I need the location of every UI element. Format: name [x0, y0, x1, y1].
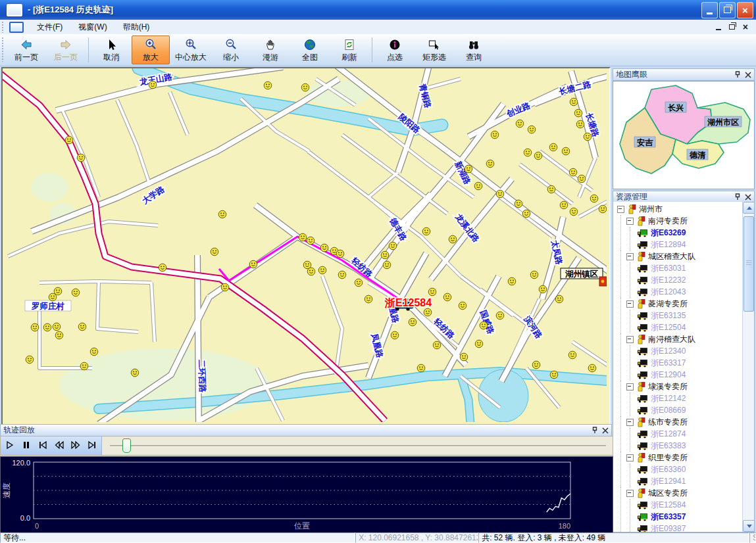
pin-icon[interactable] — [734, 71, 741, 78]
vehicle-marker-smiley[interactable] — [78, 323, 86, 331]
vehicle-marker-smiley[interactable] — [149, 81, 157, 89]
vehicle-marker-smiley[interactable] — [590, 195, 598, 202]
vehicle-marker-smiley[interactable] — [53, 323, 61, 331]
vehicle-marker-smiley[interactable] — [299, 233, 307, 241]
collapse-icon[interactable] — [626, 300, 634, 308]
vehicle-marker-smiley[interactable] — [221, 283, 229, 291]
toolbar-grip[interactable] — [1, 21, 5, 33]
vehicle-marker-smiley[interactable] — [159, 264, 166, 272]
vehicle-marker-smiley[interactable] — [90, 348, 98, 356]
pin-icon[interactable] — [592, 427, 598, 434]
scroll-thumb[interactable] — [743, 216, 754, 312]
vehicle-marker-smiley[interactable] — [516, 120, 524, 128]
vehicle-marker-smiley[interactable] — [560, 201, 568, 209]
vehicle-marker-smiley[interactable] — [508, 277, 516, 285]
collapse-icon[interactable] — [626, 218, 634, 225]
tree-group[interactable]: 埭溪专卖所 — [621, 381, 743, 392]
vehicle-marker-smiley[interactable] — [54, 287, 62, 295]
tree-vehicle[interactable]: 浙E63357 — [630, 511, 743, 523]
menu-item[interactable]: 帮助(H) — [115, 20, 158, 35]
vehicle-marker-smiley[interactable] — [65, 136, 73, 144]
collapse-icon[interactable] — [626, 336, 634, 343]
vehicle-marker-smiley[interactable] — [524, 149, 532, 156]
vehicle-marker-smiley[interactable] — [264, 82, 272, 89]
tree-group[interactable]: 南浔稽查大队 — [621, 333, 743, 345]
vehicle-marker-smiley[interactable] — [576, 120, 584, 128]
vehicle-marker-smiley[interactable] — [550, 371, 558, 379]
toolbar-button-globe[interactable]: 全图 — [291, 35, 329, 64]
tree-vehicle[interactable]: 浙E63317 — [630, 357, 743, 369]
vehicle-marker-smiley[interactable] — [532, 361, 540, 369]
skip-end-button[interactable] — [84, 438, 99, 453]
tree-vehicle[interactable]: 浙E12340 — [630, 345, 743, 357]
tree-root-huzhou[interactable]: 湖州市 — [613, 203, 743, 215]
tree-vehicle[interactable]: 浙E12232 — [630, 274, 743, 286]
pause-button[interactable] — [18, 438, 34, 453]
tree-vehicle[interactable]: 浙E12904 — [630, 369, 743, 381]
vehicle-marker-smiley[interactable] — [528, 126, 536, 133]
skip-start-button[interactable] — [35, 438, 50, 453]
menu-item[interactable]: 文件(F) — [29, 20, 70, 35]
pin-icon[interactable] — [734, 193, 741, 201]
toolbar-button-zoom-out[interactable]: 缩小 — [212, 35, 250, 64]
vehicle-marker-smiley[interactable] — [475, 340, 483, 348]
vehicle-marker-smiley[interactable] — [424, 308, 432, 316]
vehicle-marker-smiley[interactable] — [599, 205, 607, 213]
vehicle-marker-smiley[interactable] — [218, 210, 226, 218]
tree-vehicle[interactable]: 浙E12584 — [630, 499, 743, 511]
vehicle-marker-smiley[interactable] — [568, 351, 576, 359]
vehicle-marker-smiley[interactable] — [301, 83, 309, 91]
toolbar-button-prev-page[interactable]: 前一页 — [7, 35, 45, 64]
tree-vehicle[interactable]: 浙E12941 — [630, 475, 743, 487]
collapse-icon[interactable] — [626, 253, 634, 260]
collapse-icon[interactable] — [626, 419, 634, 426]
vehicle-marker-smiley[interactable] — [383, 261, 391, 269]
vehicle-marker-smiley[interactable] — [409, 318, 416, 326]
tree-group[interactable]: 菱湖专卖所 — [621, 298, 743, 310]
vehicle-marker-smiley[interactable] — [49, 293, 57, 301]
vehicle-marker-smiley[interactable] — [433, 341, 441, 349]
tree-vehicle[interactable]: 浙E12874 — [630, 428, 743, 440]
tree-group[interactable]: 南浔专卖所 — [621, 215, 743, 227]
slider-thumb[interactable] — [122, 438, 131, 453]
vehicle-marker-smiley[interactable] — [381, 251, 389, 259]
child-restore-button[interactable] — [729, 24, 735, 30]
vehicle-marker-smiley[interactable] — [480, 321, 488, 329]
vehicle-marker-smiley[interactable] — [249, 260, 257, 268]
close-panel-icon[interactable] — [745, 194, 751, 201]
toolbar-button-zoom-in[interactable]: 放大 — [132, 35, 170, 64]
vehicle-marker-smiley[interactable] — [496, 312, 504, 319]
toolbar-button-zoom-center[interactable]: 中心放大 — [171, 35, 211, 64]
tree-vehicle[interactable]: 浙E08669 — [630, 404, 743, 416]
vehicle-marker-smiley[interactable] — [539, 285, 547, 293]
vehicle-marker-smiley[interactable] — [578, 175, 586, 183]
vehicle-marker-smiley[interactable] — [584, 133, 592, 141]
collapse-icon[interactable] — [626, 490, 634, 497]
tree-group[interactable]: 练市专卖所 — [621, 416, 743, 428]
vehicle-marker-smiley[interactable] — [570, 98, 578, 106]
vehicle-marker-smiley[interactable] — [522, 210, 530, 218]
vehicle-marker-smiley[interactable] — [574, 109, 582, 117]
eagle-eye-map[interactable]: 长兴 湖州市区 安吉 德清 — [613, 81, 755, 189]
scroll-down-button[interactable] — [743, 520, 755, 532]
vehicle-marker-smiley[interactable] — [459, 302, 466, 310]
vehicle-marker-smiley[interactable] — [486, 160, 494, 168]
close-panel-icon[interactable] — [745, 72, 751, 78]
fast-forward-button[interactable] — [68, 438, 83, 453]
rewind-button[interactable] — [51, 438, 66, 453]
vehicle-marker-smiley[interactable] — [547, 185, 555, 193]
vehicle-marker-smiley[interactable] — [320, 244, 328, 252]
vehicle-marker-smiley[interactable] — [26, 356, 34, 364]
vehicle-marker-smiley[interactable] — [555, 295, 563, 303]
tree-vehicle[interactable]: 浙E12142 — [630, 392, 743, 404]
tree-vehicle[interactable]: 浙E63269 — [630, 227, 743, 239]
vehicle-marker-smiley[interactable] — [569, 168, 577, 176]
vehicle-marker-smiley[interactable] — [549, 143, 557, 151]
tree-scrollbar[interactable] — [742, 202, 754, 532]
tree-group[interactable]: 城区稽查大队 — [621, 250, 743, 262]
vehicle-marker-smiley[interactable] — [491, 131, 499, 139]
vehicle-marker-smiley[interactable] — [443, 293, 451, 301]
toolbar-button-point-select[interactable]: 点选 — [376, 35, 414, 64]
vehicle-marker-smiley[interactable] — [496, 190, 504, 198]
tree-vehicle[interactable]: 浙E63031 — [630, 262, 743, 274]
